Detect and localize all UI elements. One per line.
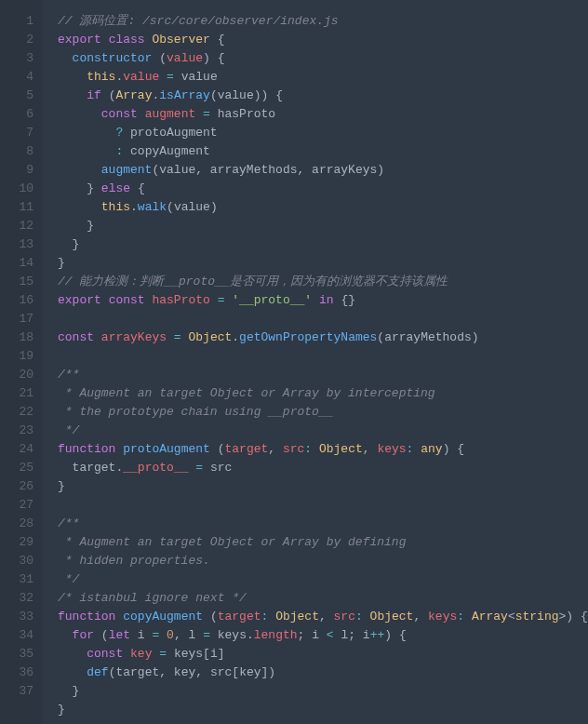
code-line: const key = keys[i] (58, 645, 588, 664)
code-line: // 能力检测：判断__proto__是否可用，因为有的浏览器不支持该属性 (58, 273, 588, 291)
line-number: 25 (6, 459, 33, 477)
code-editor: 1234567891011121314151617181920212223242… (0, 0, 588, 724)
line-number: 10 (6, 180, 33, 198)
code-line: if (Array.isArray(value)) { (58, 87, 588, 105)
line-number: 23 (6, 422, 33, 440)
line-number: 18 (6, 328, 33, 347)
line-number: 24 (6, 440, 33, 459)
line-number: 36 (6, 664, 33, 682)
code-line: def(target, key, src[key]) (58, 664, 588, 682)
code-line: export const hasProto = '__proto__' in {… (58, 291, 588, 310)
line-number: 21 (6, 384, 33, 403)
code-line (58, 310, 588, 328)
code-line: /* istanbul ignore next */ (58, 589, 588, 608)
line-number: 31 (6, 570, 33, 589)
code-line: } else { (58, 180, 588, 198)
code-line: this.walk(value) (58, 198, 588, 217)
line-number: 30 (6, 552, 33, 570)
line-number: 19 (6, 347, 33, 366)
code-line: */ (58, 570, 588, 589)
line-number: 22 (6, 403, 33, 422)
line-number: 28 (6, 515, 33, 533)
code-line: const augment = hasProto (58, 105, 588, 124)
code-line: function copyAugment (target: Object, sr… (58, 608, 588, 626)
line-number: 16 (6, 291, 33, 310)
line-number: 29 (6, 533, 33, 552)
line-number: 7 (6, 124, 33, 142)
code-line: constructor (value) { (58, 49, 588, 68)
code-line (58, 496, 588, 515)
code-line: * the prototype chain using __proto__ (58, 403, 588, 422)
line-number: 15 (6, 273, 33, 291)
code-line: function protoAugment (target, src: Obje… (58, 440, 588, 459)
line-number: 6 (6, 105, 33, 124)
line-number: 20 (6, 366, 33, 384)
code-line: */ (58, 422, 588, 440)
line-number: 12 (6, 217, 33, 235)
line-number: 33 (6, 608, 33, 626)
code-line: } (58, 477, 588, 496)
line-number: 11 (6, 198, 33, 217)
code-line: * hidden properties. (58, 552, 588, 570)
code-area[interactable]: // 源码位置: /src/core/observer/index.jsexpo… (43, 0, 588, 724)
line-number: 35 (6, 645, 33, 664)
line-number: 1 (6, 12, 33, 31)
line-number-gutter: 1234567891011121314151617181920212223242… (0, 0, 43, 724)
code-line: export class Observer { (58, 31, 588, 49)
code-line: } (58, 235, 588, 254)
line-number: 13 (6, 235, 33, 254)
code-line: for (let i = 0, l = keys.length; i < l; … (58, 626, 588, 645)
code-line: const arrayKeys = Object.getOwnPropertyN… (58, 328, 588, 347)
line-number: 3 (6, 49, 33, 68)
line-number: 34 (6, 626, 33, 645)
line-number: 32 (6, 589, 33, 608)
line-number: 14 (6, 254, 33, 273)
code-line: ? protoAugment (58, 124, 588, 142)
line-number: 2 (6, 31, 33, 49)
line-number: 9 (6, 161, 33, 180)
code-line: * Augment an target Object or Array by d… (58, 533, 588, 552)
line-number: 4 (6, 68, 33, 87)
line-number: 17 (6, 310, 33, 328)
code-line: augment(value, arrayMethods, arrayKeys) (58, 161, 588, 180)
code-line: // 源码位置: /src/core/observer/index.js (58, 12, 588, 31)
code-line: target.__proto__ = src (58, 459, 588, 477)
line-number: 27 (6, 496, 33, 515)
line-number: 26 (6, 477, 33, 496)
code-line: } (58, 682, 588, 701)
code-line: this.value = value (58, 68, 588, 87)
code-line: } (58, 254, 588, 273)
code-line: } (58, 701, 588, 719)
line-number: 37 (6, 682, 33, 701)
code-line: /** (58, 515, 588, 533)
code-line: /** (58, 366, 588, 384)
line-number: 5 (6, 87, 33, 105)
code-line (58, 347, 588, 366)
line-number: 8 (6, 142, 33, 161)
code-line: : copyAugment (58, 142, 588, 161)
code-line: } (58, 217, 588, 235)
code-line: * Augment an target Object or Array by i… (58, 384, 588, 403)
